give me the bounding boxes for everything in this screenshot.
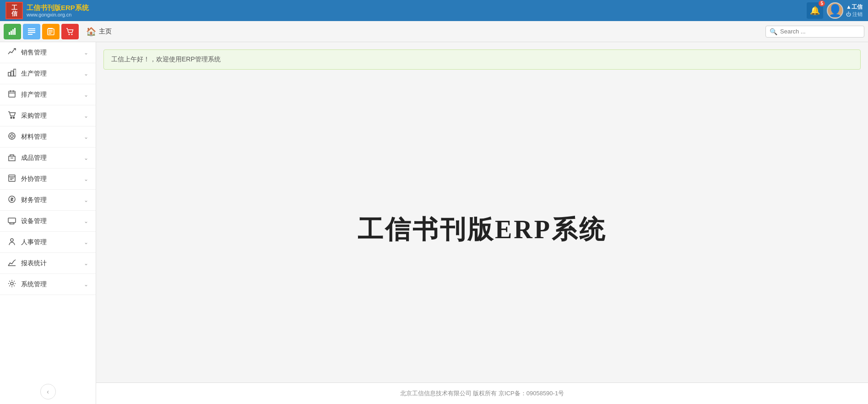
chevron-down-icon: ⌄ <box>84 260 88 267</box>
search-box: 🔍 <box>765 26 864 38</box>
sidebar-item-sales[interactable]: 销售管理 ⌄ <box>0 42 96 63</box>
sidebar-item-outsource[interactable]: 外协管理 ⌄ <box>0 169 96 190</box>
svg-rect-1 <box>11 31 12 35</box>
top-header: 工信 工信书刊版ERP系统 www.gongxin.org.cn 🔔 5 👤 ▲… <box>0 0 868 21</box>
notification-badge: 5 <box>819 0 825 6</box>
svg-rect-16 <box>11 71 13 76</box>
svg-point-24 <box>11 135 13 137</box>
system-title: 工信书刊版ERP系统 <box>358 213 607 247</box>
logo-area: 工信 工信书刊版ERP系统 www.gongxin.org.cn <box>5 2 89 19</box>
outsource-icon <box>7 174 16 184</box>
sidebar-item-label-production: 生产管理 <box>21 70 47 78</box>
search-icon: 🔍 <box>770 28 777 35</box>
search-input[interactable] <box>780 28 860 35</box>
sidebar: 销售管理 ⌄ 生产管理 ⌄ 排产管理 ⌄ 采购管理 ⌄ 材料管理 <box>0 42 96 404</box>
toolbar-btn-orange[interactable] <box>42 24 60 39</box>
main-layout: 销售管理 ⌄ 生产管理 ⌄ 排产管理 ⌄ 采购管理 ⌄ 材料管理 <box>0 42 868 404</box>
toolbar-btn-red[interactable] <box>61 24 79 39</box>
chevron-down-icon: ⌄ <box>84 113 88 119</box>
list-icon <box>27 27 36 36</box>
sidebar-collapse-button[interactable]: ‹ <box>40 384 56 399</box>
chevron-down-icon: ⌄ <box>84 155 88 161</box>
logo-box: 工信 <box>5 2 23 19</box>
logout-label[interactable]: ⏻ 注销 <box>846 11 863 18</box>
chevron-down-icon: ⌄ <box>84 71 88 77</box>
welcome-text: 工信上午好！，欢迎使用ERP管理系统 <box>111 55 221 63</box>
footer: 北京工信信息技术有限公司 版权所有 京ICP备：09058590-1号 <box>96 382 868 404</box>
svg-rect-30 <box>9 156 15 161</box>
materials-icon <box>7 132 16 142</box>
finished-icon <box>7 153 16 163</box>
sidebar-item-left: 材料管理 <box>7 132 47 142</box>
sidebar-item-left: 系统管理 <box>7 279 47 289</box>
sidebar-item-label-system: 系统管理 <box>21 280 47 289</box>
logo-text: 工信书刊版ERP系统 www.gongxin.org.cn <box>27 4 89 17</box>
purchasing-icon <box>7 111 16 121</box>
chevron-down-icon: ⌄ <box>84 218 88 224</box>
svg-rect-0 <box>9 32 10 35</box>
notification-button[interactable]: 🔔 5 <box>807 2 823 19</box>
svg-rect-3 <box>14 28 16 35</box>
toolbar-btn-blue[interactable] <box>23 24 40 39</box>
sidebar-item-production[interactable]: 生产管理 ⌄ <box>0 63 96 84</box>
toolbar-btn-green[interactable] <box>4 24 21 39</box>
sidebar-item-scheduling[interactable]: 排产管理 ⌄ <box>0 84 96 105</box>
chevron-down-icon: ⌄ <box>84 176 88 182</box>
sidebar-item-label-sales: 销售管理 <box>21 49 47 57</box>
sidebar-item-label-outsource: 外协管理 <box>21 175 47 183</box>
svg-rect-15 <box>8 72 11 76</box>
welcome-banner: 工信上午好！，欢迎使用ERP管理系统 <box>103 49 861 70</box>
header-right: 🔔 5 👤 ▲工信 ⏻ 注销 <box>807 2 863 19</box>
svg-point-14 <box>71 33 73 35</box>
cart-icon <box>66 27 74 36</box>
svg-rect-2 <box>12 29 14 35</box>
sidebar-item-label-equipment: 设备管理 <box>21 217 47 225</box>
sidebar-item-finished[interactable]: 成品管理 ⌄ <box>0 147 96 169</box>
chevron-down-icon: ⌄ <box>84 49 88 56</box>
sidebar-item-left: 人事管理 <box>7 237 47 247</box>
user-menu[interactable]: 👤 ▲工信 ⏻ 注销 <box>827 2 863 19</box>
logo-subtitle: www.gongxin.org.cn <box>27 12 89 17</box>
svg-rect-12 <box>49 33 51 34</box>
logo-title: 工信书刊版ERP系统 <box>27 4 89 12</box>
svg-point-13 <box>69 33 70 35</box>
svg-point-41 <box>11 239 13 241</box>
svg-rect-4 <box>28 28 35 29</box>
chevron-down-icon: ⌄ <box>84 281 88 288</box>
logo-char: 工信 <box>11 5 17 16</box>
scheduling-icon <box>7 90 16 100</box>
production-icon <box>7 69 16 79</box>
sidebar-item-materials[interactable]: 材料管理 ⌄ <box>0 126 96 147</box>
chart-icon <box>8 27 16 36</box>
chevron-down-icon: ⌄ <box>84 134 88 140</box>
sidebar-item-left: 销售管理 <box>7 48 47 58</box>
svg-point-22 <box>11 117 12 118</box>
svg-point-43 <box>11 282 13 285</box>
svg-rect-37 <box>8 218 16 223</box>
equipment-icon <box>7 216 16 226</box>
sidebar-item-label-scheduling: 排产管理 <box>21 91 47 99</box>
user-info: ▲工信 ⏻ 注销 <box>846 3 863 18</box>
chevron-down-icon: ⌄ <box>84 197 88 203</box>
main-content: 工信书刊版ERP系统 <box>96 77 868 382</box>
sidebar-item-system[interactable]: 系统管理 ⌄ <box>0 274 96 295</box>
sidebar-item-reports[interactable]: 报表统计 ⌄ <box>0 253 96 274</box>
sales-icon <box>7 48 16 58</box>
svg-rect-10 <box>49 30 53 31</box>
sidebar-item-left: 外协管理 <box>7 174 47 184</box>
sidebar-item-left: 财务管理 <box>7 195 47 205</box>
home-icon: 🏠 <box>86 27 96 37</box>
sidebar-item-purchasing[interactable]: 采购管理 ⌄ <box>0 105 96 126</box>
sidebar-item-equipment[interactable]: 设备管理 ⌄ <box>0 211 96 232</box>
sidebar-item-finance[interactable]: 财务管理 ⌄ <box>0 190 96 211</box>
svg-point-25 <box>9 133 15 139</box>
svg-rect-18 <box>9 91 15 97</box>
svg-point-23 <box>13 117 15 118</box>
svg-rect-17 <box>14 69 16 76</box>
sidebar-item-left: 设备管理 <box>7 216 47 226</box>
document-icon <box>47 27 55 36</box>
sidebar-item-hr[interactable]: 人事管理 ⌄ <box>0 232 96 253</box>
avatar: 👤 <box>827 2 843 19</box>
sidebar-item-label-reports: 报表统计 <box>21 259 47 268</box>
breadcrumb: 🏠 主页 <box>86 27 764 37</box>
